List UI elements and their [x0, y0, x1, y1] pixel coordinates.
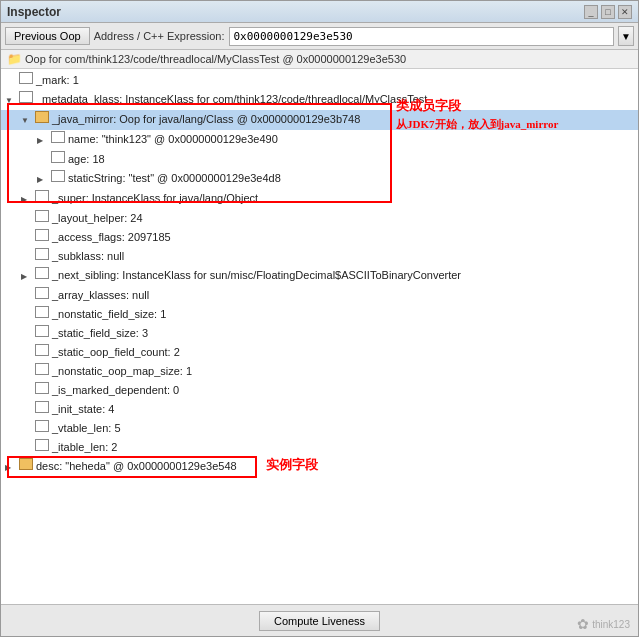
- file-icon: [35, 325, 49, 337]
- tree-item-text: _vtable_len: 5: [52, 420, 634, 437]
- tree-arrow-icon: [21, 420, 33, 437]
- tree-arrow-icon: [21, 287, 33, 304]
- file-icon: [35, 382, 49, 394]
- file-icon: [19, 72, 33, 84]
- tree-arrow-icon: [21, 439, 33, 456]
- tree-arrow-icon: [21, 344, 33, 361]
- tree-arrow-icon: [37, 131, 49, 149]
- path-folder-icon: 📁: [7, 52, 22, 66]
- tree-arrow-icon: [21, 382, 33, 399]
- tree-item-text: _array_klasses: null: [52, 287, 634, 304]
- tree-item-text: staticString: "test" @ 0x0000000129e3e4d…: [68, 170, 634, 187]
- watermark-text: think123: [592, 619, 630, 630]
- tree-item-text: _is_marked_dependent: 0: [52, 382, 634, 399]
- tree-arrow-icon: [21, 248, 33, 265]
- tree-arrow-icon: [21, 229, 33, 246]
- tree-item-text: desc: "heheda" @ 0x0000000129e3e548: [36, 458, 634, 475]
- tree-item[interactable]: _static_field_size: 3: [1, 324, 638, 343]
- tree-item[interactable]: _java_mirror: Oop for java/lang/Class @ …: [1, 110, 638, 130]
- tree-item[interactable]: _is_marked_dependent: 0: [1, 381, 638, 400]
- tree-item[interactable]: _array_klasses: null: [1, 286, 638, 305]
- tree-arrow-icon: [37, 151, 49, 168]
- file-icon: [51, 131, 65, 143]
- file-icon: [35, 229, 49, 241]
- tree-item[interactable]: _nonstatic_oop_map_size: 1: [1, 362, 638, 381]
- path-text: Oop for com/think123/code/threadlocal/My…: [25, 53, 406, 65]
- tree-item-text: _super: InstanceKlass for java/lang/Obje…: [52, 190, 634, 207]
- file-icon: [19, 91, 33, 103]
- tree-item-text: _metadata_klass: InstanceKlass for com/t…: [36, 91, 634, 108]
- file-icon: [35, 344, 49, 356]
- footer: Compute Liveness ✿ think123: [1, 604, 638, 636]
- tree-item-text: _itable_len: 2: [52, 439, 634, 456]
- dropdown-arrow-button[interactable]: ▼: [618, 26, 634, 46]
- inspector-window: Inspector _ □ ✕ Previous Oop Address / C…: [0, 0, 639, 637]
- file-icon: [35, 267, 49, 279]
- file-icon: [35, 306, 49, 318]
- tree-item-text: _java_mirror: Oop for java/lang/Class @ …: [52, 111, 634, 128]
- address-label: Address / C++ Expression:: [94, 30, 225, 42]
- tree-item-text: _subklass: null: [52, 248, 634, 265]
- tree-arrow-icon: [21, 325, 33, 342]
- tree-item[interactable]: _metadata_klass: InstanceKlass for com/t…: [1, 90, 638, 110]
- main-content: _mark: 1_metadata_klass: InstanceKlass f…: [1, 69, 638, 604]
- file-icon: [35, 439, 49, 451]
- path-bar: 📁 Oop for com/think123/code/threadlocal/…: [1, 50, 638, 69]
- title-bar: Inspector _ □ ✕: [1, 1, 638, 23]
- tree-item[interactable]: name: "think123" @ 0x0000000129e3e490: [1, 130, 638, 150]
- file-icon: [35, 190, 49, 202]
- watermark: ✿ think123: [577, 616, 630, 632]
- tree-item[interactable]: _init_state: 4: [1, 400, 638, 419]
- tree-container: _mark: 1_metadata_klass: InstanceKlass f…: [1, 71, 638, 477]
- tree-item[interactable]: _access_flags: 2097185: [1, 228, 638, 247]
- tree-item[interactable]: _vtable_len: 5: [1, 419, 638, 438]
- file-icon: [35, 401, 49, 413]
- address-input[interactable]: [229, 27, 615, 46]
- tree-item-text: _layout_helper: 24: [52, 210, 634, 227]
- tree-arrow-icon: [21, 111, 33, 129]
- tree-item-text: name: "think123" @ 0x0000000129e3e490: [68, 131, 634, 148]
- tree-item-text: _nonstatic_oop_map_size: 1: [52, 363, 634, 380]
- tree-item[interactable]: _static_oop_field_count: 2: [1, 343, 638, 362]
- tree-item-text: _init_state: 4: [52, 401, 634, 418]
- tree-arrow-icon: [21, 401, 33, 418]
- tree-item[interactable]: _layout_helper: 24: [1, 209, 638, 228]
- tree-arrow-icon: [21, 306, 33, 323]
- tree-arrow-icon: [21, 190, 33, 208]
- minimize-button[interactable]: _: [584, 5, 598, 19]
- close-button[interactable]: ✕: [618, 5, 632, 19]
- tree-item[interactable]: _nonstatic_field_size: 1: [1, 305, 638, 324]
- tree-arrow-icon: [21, 363, 33, 380]
- window-controls: _ □ ✕: [584, 5, 632, 19]
- tree-item-text: _next_sibling: InstanceKlass for sun/mis…: [52, 267, 634, 284]
- file-icon: [51, 170, 65, 182]
- tree-item[interactable]: _next_sibling: InstanceKlass for sun/mis…: [1, 266, 638, 286]
- tree-item-text: _mark: 1: [36, 72, 634, 89]
- tree-item[interactable]: _itable_len: 2: [1, 438, 638, 457]
- tree-item[interactable]: staticString: "test" @ 0x0000000129e3e4d…: [1, 169, 638, 189]
- tree-item-text: _nonstatic_field_size: 1: [52, 306, 634, 323]
- tree-item[interactable]: _super: InstanceKlass for java/lang/Obje…: [1, 189, 638, 209]
- tree-item-text: age: 18: [68, 151, 634, 168]
- tree-arrow-icon: [37, 170, 49, 188]
- restore-button[interactable]: □: [601, 5, 615, 19]
- tree-arrow-icon: [5, 91, 17, 109]
- tree-item[interactable]: _subklass: null: [1, 247, 638, 266]
- folder-icon: [35, 111, 49, 123]
- tree-item[interactable]: _mark: 1: [1, 71, 638, 90]
- file-icon: [35, 210, 49, 222]
- file-icon: [51, 151, 65, 163]
- tree-arrow-icon: [5, 458, 17, 476]
- folder-icon: [19, 458, 33, 470]
- tree-item-text: _static_oop_field_count: 2: [52, 344, 634, 361]
- tree-item[interactable]: age: 18: [1, 150, 638, 169]
- file-icon: [35, 287, 49, 299]
- window-title: Inspector: [7, 5, 61, 19]
- tree-item[interactable]: desc: "heheda" @ 0x0000000129e3e548: [1, 457, 638, 477]
- tree-arrow-icon: [5, 72, 17, 89]
- toolbar: Previous Oop Address / C++ Expression: ▼: [1, 23, 638, 50]
- file-icon: [35, 248, 49, 260]
- previous-oop-button[interactable]: Previous Oop: [5, 27, 90, 45]
- tree-arrow-icon: [21, 210, 33, 227]
- compute-liveness-button[interactable]: Compute Liveness: [259, 611, 380, 631]
